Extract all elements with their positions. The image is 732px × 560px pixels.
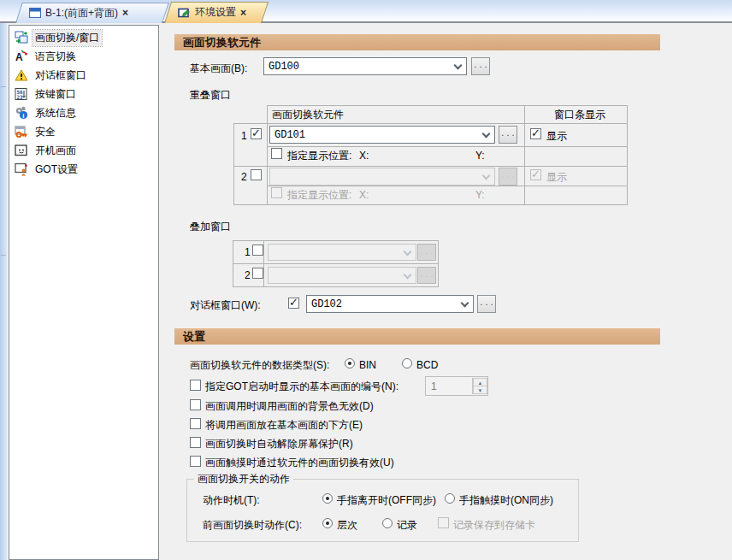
overlap-row1-browse-button[interactable]: . . . (499, 126, 517, 144)
startup-screen-no-checkbox[interactable] (190, 380, 201, 391)
windowbar-show-label: 显示 (546, 130, 567, 142)
superimpose-row1-combo (268, 244, 416, 261)
overlap-row1-position-checkbox[interactable] (271, 148, 282, 159)
overlap-row-number: 1 (241, 130, 247, 142)
position-label: 指定显示位置: (287, 150, 351, 162)
sidebar-item-screen-switch-window[interactable]: 画面切换/窗口 (15, 29, 151, 46)
table-border (233, 123, 628, 124)
base-screen-value: GD100 (269, 61, 299, 73)
superimpose-row2-browse-button: . . . (417, 267, 436, 284)
startup-screen-icon (15, 144, 28, 157)
chevron-down-icon (482, 172, 491, 180)
keypad-window-icon: 5623 (15, 87, 28, 101)
radio-bcd[interactable] (402, 358, 412, 368)
sidebar-item-language-switch[interactable]: A 语言切换 (15, 48, 151, 65)
sidebar-item-startup-screen[interactable]: 开机画面 (15, 142, 151, 159)
position-x-label: X: (359, 189, 369, 201)
overlap-row2-enable-checkbox[interactable] (251, 169, 262, 180)
tab-close-icon[interactable]: × (240, 7, 246, 19)
sidebar-item-label: 按键窗口 (32, 86, 79, 103)
dialog-window-label: 对话框窗口(W): (190, 299, 261, 311)
radio-hierarchy-label: 层次 (337, 519, 357, 531)
overlap-row2-device-combo (269, 168, 495, 186)
svg-text:23: 23 (17, 94, 24, 100)
option-release-screensaver-label: 画面切换时自动解除屏幕保护(R) (205, 438, 353, 450)
overlap-row1-device-value: GD101 (274, 129, 305, 141)
table-border (267, 186, 628, 186)
radio-bin[interactable] (345, 358, 355, 368)
table-border (267, 105, 268, 205)
got-settings-icon (15, 162, 28, 176)
option-called-screen-below-checkbox[interactable] (190, 418, 201, 429)
base-screen-browse-button[interactable]: . . . (471, 57, 490, 75)
dialog-window-checkbox[interactable] (288, 298, 299, 309)
save-history-to-card-label: 记录保存到存储卡 (453, 519, 535, 531)
sidebar-item-dialog-window[interactable]: 对话框窗口 (15, 67, 151, 84)
overlap-row2-position-checkbox (271, 187, 282, 198)
radio-hierarchy[interactable] (322, 518, 333, 528)
superimpose-row2-checkbox[interactable] (252, 268, 263, 279)
radio-history[interactable] (382, 518, 393, 528)
spinner-value: 1 (431, 380, 437, 392)
position-y-label: Y: (475, 189, 485, 201)
table-border (263, 240, 264, 287)
option-bg-color-invalid-checkbox[interactable] (190, 399, 201, 410)
radio-bin-label: BIN (359, 359, 376, 371)
table-border (233, 204, 628, 205)
position-y-label: Y: (475, 150, 485, 162)
radio-off-sync[interactable] (322, 493, 333, 504)
tab-b1-screen[interactable]: B-1:(前面+背面) × (15, 3, 162, 23)
tab-close-icon[interactable]: × (122, 7, 128, 19)
environment-edit-icon (178, 8, 191, 18)
spinner-down-icon[interactable]: ▼ (473, 386, 487, 394)
windowbar-show-label: 显示 (546, 171, 567, 183)
prev-screen-action-label: 前画面切换时动作(C): (203, 519, 302, 531)
sidebar-item-label: GOT设置 (32, 162, 80, 178)
table-border (267, 105, 628, 106)
option-switch-by-device-on-touch-checkbox[interactable] (190, 456, 201, 467)
overlap-row2-browse-button: . . . (499, 168, 517, 186)
save-history-to-card-checkbox (438, 517, 449, 528)
tab-environment-settings[interactable]: 环境设置 × (164, 2, 262, 23)
sidebar-item-got-settings[interactable]: GOT设置 (15, 161, 151, 178)
overlap-row2-windowbar-checkbox (530, 169, 541, 180)
table-border (627, 105, 628, 205)
dock-strip (0, 0, 7, 560)
section-header-screen-switch-device: 画面切换软元件 (174, 34, 660, 50)
dock-separator (1, 86, 6, 87)
overlap-row1-windowbar-checkbox[interactable] (530, 128, 541, 139)
dialog-window-browse-button[interactable]: . . . (477, 295, 496, 313)
startup-screen-no-label: 指定GOT启动时显示的基本画面的编号(N): (205, 380, 398, 392)
chevron-down-icon (454, 62, 463, 70)
sidebar-item-system-info[interactable]: i 系统信息 (15, 104, 151, 121)
overlap-row1-enable-checkbox[interactable] (251, 128, 262, 139)
dialog-window-combo[interactable]: GD102 (306, 295, 474, 313)
superimpose-row1-checkbox[interactable] (252, 245, 263, 256)
base-screen-combo[interactable]: GD100 (263, 57, 467, 75)
system-info-icon: i (15, 106, 28, 120)
dialog-window-icon (15, 68, 28, 82)
option-release-screensaver-checkbox[interactable] (190, 437, 201, 448)
screen-window-icon (29, 8, 41, 18)
overlap-row1-device-combo[interactable]: GD101 (269, 126, 495, 144)
security-key-icon (15, 125, 28, 139)
sidebar-item-label: 开机画面 (32, 143, 79, 159)
radio-on-sync[interactable] (445, 493, 455, 504)
chevron-down-icon (461, 299, 469, 308)
screen-switch-icon (15, 31, 28, 44)
option-called-screen-below-label: 将调用画面放在基本画面的下方(E) (205, 419, 363, 431)
sidebar-item-key-window[interactable]: 5623 按键窗口 (15, 85, 151, 103)
base-screen-label: 基本画面(B): (190, 62, 247, 74)
column-header-device: 画面切换软元件 (272, 109, 344, 121)
superimpose-row-number: 2 (245, 269, 251, 281)
sidebar-item-label: 语言切换 (32, 49, 79, 65)
language-switch-icon: A (15, 50, 28, 63)
settings-tree-panel: 画面切换/窗口 A 语言切换 对话框窗口 5623 按键窗口 i 系统信息 安全… (9, 25, 159, 560)
superimpose-row2-combo (268, 267, 416, 284)
sidebar-item-security[interactable]: 安全 (15, 123, 151, 140)
svg-text:i: i (22, 112, 24, 120)
dock-separator (1, 255, 6, 256)
radio-off-sync-label: 手指离开时(OFF同步) (337, 494, 436, 506)
sidebar-item-label: 系统信息 (32, 105, 79, 121)
chevron-down-icon (404, 271, 412, 280)
